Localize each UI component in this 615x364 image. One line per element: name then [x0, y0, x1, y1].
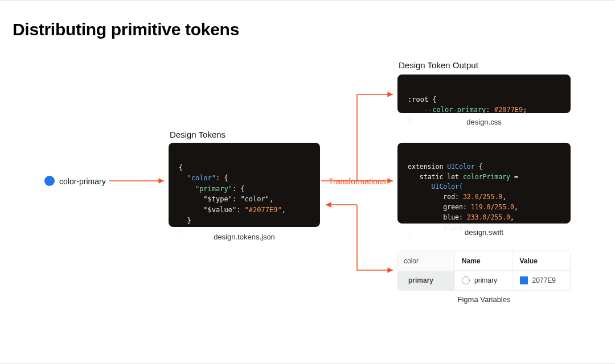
design-tokens-heading: Design Tokens [170, 130, 226, 139]
variable-icon [462, 276, 470, 284]
design-css-code: :root { --color-primary: #2077E9; } [397, 75, 571, 113]
figma-group-primary: primary [398, 271, 454, 290]
color-swatch [44, 176, 55, 186]
transformations-label: Transformations [329, 177, 386, 186]
design-swift-caption: design.swift [397, 228, 571, 237]
figma-row-value-text: 2077E9 [532, 276, 556, 284]
figma-row-name-text: primary [474, 276, 497, 284]
design-tokens-caption: design.tokens.json [169, 233, 320, 241]
design-tokens-code: { "color": { "primary": { "$type": "colo… [169, 143, 320, 227]
color-chip-icon [520, 276, 528, 284]
figma-group-color: color [398, 251, 454, 271]
figma-variables-caption: Figma Variables [397, 295, 571, 304]
figma-row-value: 2077E9 [513, 271, 571, 290]
figma-row-name: primary [455, 271, 512, 290]
figma-variables-table: color primary Name primary Value 2077E9 [397, 251, 571, 291]
design-swift-code: extension UIColor { static let colorPrim… [397, 143, 571, 224]
design-token-output-heading: Design Token Output [399, 60, 478, 70]
design-css-caption: design.css [397, 118, 571, 126]
figma-col-value-header: Value [513, 251, 571, 271]
token-name-label: color-primary [59, 177, 106, 186]
figma-col-name-header: Name [455, 251, 512, 271]
page-title: Distributing primitive tokens [13, 20, 239, 39]
